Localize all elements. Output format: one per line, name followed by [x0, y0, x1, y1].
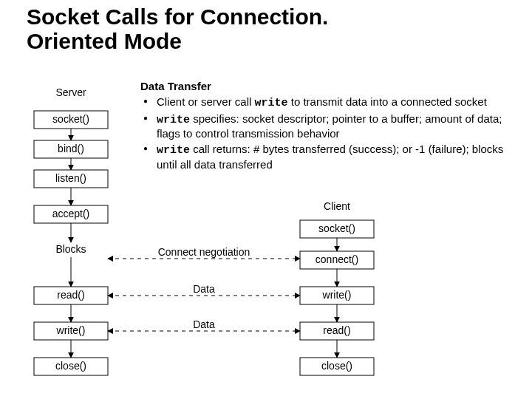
slide-title: Socket Calls for Connection. Oriented Mo…	[27, 4, 519, 53]
client-label: Client	[324, 200, 350, 212]
svg-text:connect(): connect()	[316, 253, 358, 265]
svg-text:socket(): socket()	[318, 222, 355, 234]
svg-text:write(): write()	[56, 324, 86, 336]
svg-text:read(): read()	[323, 324, 350, 336]
svg-text:write(): write()	[322, 289, 352, 301]
svg-text:bind(): bind()	[58, 143, 84, 154]
blocks-label: Blocks	[55, 243, 86, 255]
svg-text:socket(): socket()	[52, 113, 89, 125]
svg-text:close(): close()	[321, 360, 352, 372]
svg-text:read(): read()	[57, 289, 84, 301]
flowchart: Server socket() bind() listen() accept()…	[27, 81, 507, 392]
title-line-2: Oriented Mode	[27, 29, 182, 53]
connect-negotiation-label: Connect negotiation	[158, 246, 250, 258]
svg-text:close(): close()	[55, 360, 86, 372]
server-label: Server	[55, 86, 86, 98]
data-label-2: Data	[193, 318, 215, 330]
svg-text:accept(): accept()	[52, 208, 90, 219]
title-line-1: Socket Calls for Connection.	[27, 4, 328, 29]
svg-text:listen(): listen()	[55, 172, 86, 184]
data-label-1: Data	[193, 283, 215, 295]
